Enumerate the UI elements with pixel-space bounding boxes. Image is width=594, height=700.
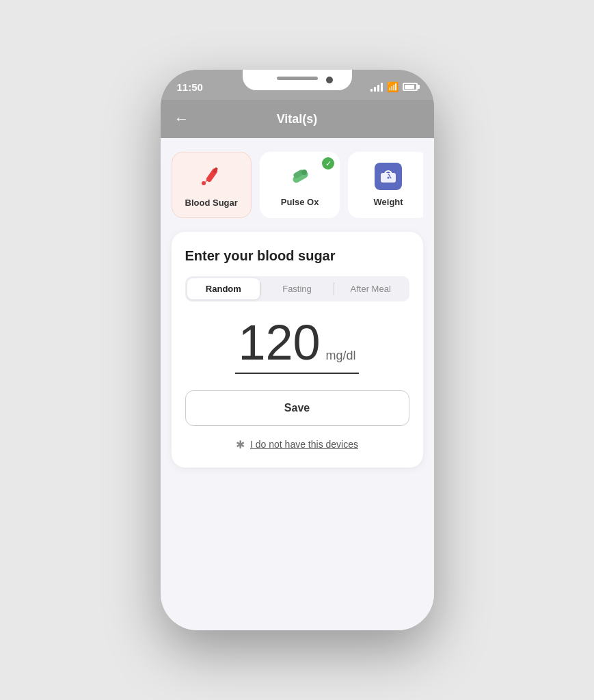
svg-point-6: [301, 170, 307, 175]
pulse-ox-icon: [285, 161, 315, 191]
vital-card-weight[interactable]: Weight: [348, 152, 422, 218]
header-title: Vital(s): [277, 112, 318, 126]
blood-sugar-icon: [196, 162, 226, 192]
main-content: Blood Sugar ✓ Pulse Ox: [161, 138, 434, 630]
form-card: Enter your blood sugar Random Fasting Af…: [172, 232, 423, 468]
pulse-ox-label: Pulse Ox: [281, 197, 319, 207]
vitals-row: Blood Sugar ✓ Pulse Ox: [172, 152, 423, 218]
vital-card-blood-sugar[interactable]: Blood Sugar: [172, 152, 252, 218]
blood-sugar-value: 120: [238, 318, 320, 367]
phone-frame: 11:50 📶 ← Vital(s): [161, 70, 434, 630]
blood-sugar-label: Blood Sugar: [185, 198, 238, 208]
form-title: Enter your blood sugar: [185, 248, 409, 264]
tabs-row: Random Fasting After Meal: [185, 276, 409, 301]
svg-point-3: [202, 181, 206, 185]
signal-icon: [370, 82, 383, 92]
vital-card-pulse-ox[interactable]: ✓ Pulse Ox: [260, 152, 340, 218]
weight-label: Weight: [374, 197, 403, 207]
tab-random[interactable]: Random: [187, 278, 260, 299]
save-button[interactable]: Save: [185, 390, 409, 426]
svg-point-9: [388, 177, 390, 179]
battery-icon: [403, 83, 418, 91]
speaker: [277, 77, 318, 80]
value-underline: [235, 373, 358, 374]
device-link[interactable]: I do not have this devices: [250, 439, 358, 450]
camera: [326, 77, 333, 83]
notch: [243, 70, 352, 90]
back-button[interactable]: ←: [174, 110, 189, 128]
bluetooth-icon: ✱: [236, 438, 245, 451]
weight-icon: [373, 161, 403, 191]
value-display: 120 mg/dl: [185, 318, 409, 367]
tab-after-meal[interactable]: After Meal: [334, 278, 407, 299]
device-link-row: ✱ I do not have this devices: [185, 438, 409, 451]
wifi-icon: 📶: [387, 81, 399, 92]
pulse-ox-check-badge: ✓: [322, 157, 334, 170]
blood-sugar-unit: mg/dl: [326, 349, 356, 363]
status-time: 11:50: [177, 77, 203, 93]
tab-fasting[interactable]: Fasting: [260, 278, 334, 299]
status-icons: 📶: [370, 77, 418, 92]
header: ← Vital(s): [161, 100, 434, 138]
